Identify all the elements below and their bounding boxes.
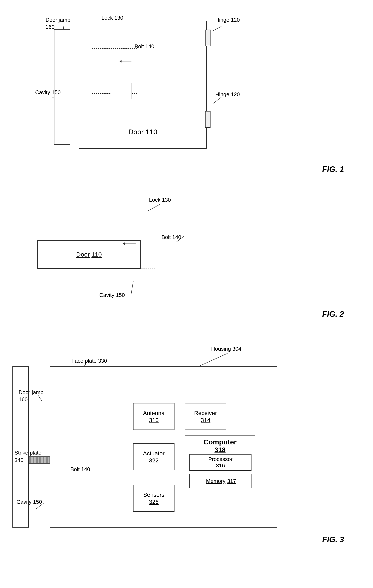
fig2-bolt-box bbox=[218, 257, 232, 265]
fig1-bolt-box bbox=[111, 83, 131, 99]
hinge-bottom-annotation: Hinge 120 bbox=[215, 91, 240, 98]
svg-line-8 bbox=[197, 353, 227, 367]
svg-line-7 bbox=[131, 281, 133, 294]
fig2-bolt-annotation: Bolt 140 bbox=[161, 234, 181, 241]
svg-line-3 bbox=[213, 26, 222, 31]
page: Door 110 Door jamb 160 Lock 130 Bolt 140… bbox=[0, 0, 373, 588]
fig3-diagram: Antenna 310 Receiver 314 Actuator 322 Co… bbox=[12, 339, 361, 546]
bolt-annotation: Bolt 140 bbox=[135, 43, 154, 50]
lock-annotation: Lock 130 bbox=[101, 14, 123, 21]
fig1-hinge-bottom bbox=[205, 111, 211, 128]
fig3-sensors-box: Sensors 326 bbox=[133, 485, 174, 512]
cavity-annotation: Cavity 150 bbox=[35, 89, 61, 96]
fig3-cavity-annotation: Cavity 150 bbox=[17, 499, 42, 506]
fig2-lock-annotation: Lock 130 bbox=[149, 197, 171, 204]
fig1-doorjamb bbox=[54, 29, 70, 145]
fig3-antenna-box: Antenna 310 bbox=[133, 403, 174, 430]
fig2-label: FIG. 2 bbox=[322, 310, 344, 319]
fig1-diagram: Door 110 Door jamb 160 Lock 130 Bolt 140… bbox=[12, 8, 361, 178]
svg-line-4 bbox=[213, 97, 222, 104]
fig2-lock-box bbox=[114, 207, 155, 269]
hinge-top-annotation: Hinge 120 bbox=[215, 17, 240, 24]
fig3-housing: Antenna 310 Receiver 314 Actuator 322 Co… bbox=[50, 366, 277, 528]
fig1-door: Door 110 bbox=[79, 21, 207, 149]
fig3-housing-annotation: Housing 304 bbox=[211, 346, 241, 353]
fig1-hinge-top bbox=[205, 30, 211, 46]
fig3-doorjamb-annotation: Door jamb 160 bbox=[19, 389, 43, 403]
fig3-strikeplate-annotation: Strike plate 340 bbox=[14, 449, 41, 464]
fig2-door-label: Door 110 bbox=[76, 251, 102, 258]
fig3-actuator-box: Actuator 322 bbox=[133, 443, 174, 470]
fig3-bolt-annotation: Bolt 140 bbox=[70, 466, 90, 473]
fig3-receiver-box: Receiver 314 bbox=[185, 403, 226, 430]
fig3-processor-box: Processor 316 bbox=[189, 454, 252, 471]
fig3-memory-box: Memory 317 bbox=[189, 474, 252, 488]
fig3-label: FIG. 3 bbox=[322, 535, 344, 544]
fig1-lock-box bbox=[92, 48, 137, 94]
fig3-faceplate-annotation: Face plate 330 bbox=[71, 357, 107, 365]
doorjamb-annotation: Door jamb 160 bbox=[45, 17, 70, 31]
fig3-computer-box: Computer 318 Processor 316 Memory 317 bbox=[185, 435, 255, 495]
fig1-door-label: Door 110 bbox=[128, 128, 157, 136]
fig2-cavity-annotation: Cavity 150 bbox=[99, 292, 125, 299]
fig1-label: FIG. 1 bbox=[322, 165, 344, 174]
fig2-diagram: Door 110 Lock 130 Bolt 140 Cavity 150 FI… bbox=[12, 190, 361, 323]
